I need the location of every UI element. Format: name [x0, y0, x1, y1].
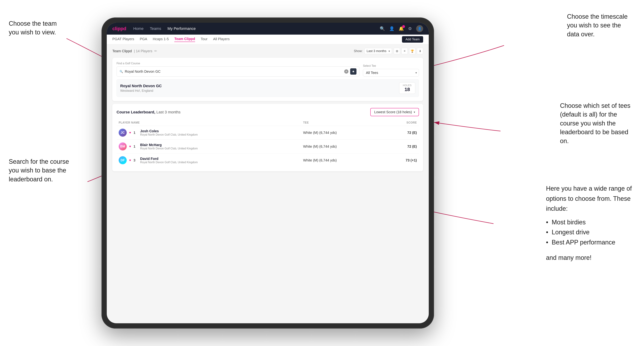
annotation-bottom-left-text: Search for the course you wish to base t…: [9, 158, 69, 183]
search-magnifier-icon: 🔍: [120, 70, 123, 73]
subnav-all-players[interactable]: All Players: [213, 37, 230, 42]
player-cell-0: JC ♥ 1 Josh Coles Royal North Devon Golf…: [116, 126, 301, 140]
search-icon[interactable]: 🔍: [380, 26, 385, 31]
edit-icon[interactable]: ✏: [154, 49, 157, 53]
main-content: Team Clippd | 14 Players ✏ Show: Last 3 …: [107, 44, 429, 175]
player-name-2: David Ford: [140, 157, 198, 161]
annotation-bottom-left: Search for the course you wish to base t…: [9, 157, 75, 184]
download-btn[interactable]: ⬇: [417, 48, 423, 54]
nav-home[interactable]: Home: [133, 26, 144, 31]
leaderboard-title-text: Course Leaderboard,: [116, 110, 155, 114]
nav-teams[interactable]: Teams: [150, 26, 161, 31]
show-row: Show: Last 3 months Last month Last 6 mo…: [354, 48, 423, 54]
team-name: Team Clippd: [112, 49, 132, 53]
navbar-links: Home Teams My Performance: [133, 26, 196, 31]
tee-select[interactable]: All Tees White Yellow Red Blue: [363, 69, 419, 77]
clear-search-button[interactable]: ✕: [344, 69, 348, 74]
heart-icon-1[interactable]: ♥: [129, 145, 131, 148]
annotation-bullet-3: • Best APP performance: [546, 237, 634, 247]
team-title-area: Team Clippd | 14 Players ✏: [112, 49, 157, 53]
course-result: Royal North Devon GC Westward Ho!, Engla…: [116, 79, 419, 97]
people-icon[interactable]: 👤: [389, 26, 394, 31]
player-club-2: Royal North Devon Golf Club, United King…: [140, 161, 198, 164]
avatar-initials-2: DF: [120, 159, 125, 162]
grid-view-btn[interactable]: ⊞: [394, 48, 400, 54]
course-name: Royal North Devon GC: [120, 84, 162, 88]
tee-cell-1: White (M) (6,744 yds): [301, 140, 385, 154]
rank-0: 1: [134, 131, 138, 135]
holes-number: 18: [403, 87, 412, 92]
annotation-middle-right: Choose which set of tees (default is all…: [560, 101, 634, 145]
nav-my-performance[interactable]: My Performance: [168, 26, 196, 31]
trophy-view-btn[interactable]: 🏆: [409, 48, 416, 54]
player-cell-1: BM ♥ 1 Blair McHarg Royal North Devon Go…: [116, 140, 301, 154]
navbar-right: 🔍 👤 🔔 ⚙ 👤: [380, 25, 423, 32]
leaderboard-table: PLAYER NAME TEE SCORE JC ♥ 1 Josh: [116, 120, 419, 167]
ipad-device: clippd Home Teams My Performance 🔍 👤 🔔 ⚙…: [102, 17, 434, 329]
player-cell-2: DF ♥ 3 David Ford Royal North Devon Golf…: [116, 154, 301, 167]
leaderboard-title: Course Leaderboard, Last 3 months: [116, 110, 180, 114]
view-icons: ⊞ ≡ 🏆 ⬇: [394, 48, 423, 54]
player-info-1: Blair McHarg Royal North Devon Golf Club…: [140, 143, 198, 150]
search-card-top: Find a Golf Course 🔍 ✕ ★ Select Tee Al: [116, 62, 419, 77]
tee-cell-0: White (M) (6,744 yds): [301, 126, 385, 140]
player-club-1: Royal North Devon Golf Club, United King…: [140, 147, 198, 150]
rank-2: 3: [134, 158, 138, 162]
col-tee: TEE: [301, 120, 385, 126]
course-location: Westward Ho!, England: [120, 89, 162, 93]
rank-1: 1: [134, 145, 138, 149]
annotation-bottom-right: Here you have a wide range of options to…: [546, 183, 634, 263]
subnav-team-clippd[interactable]: Team Clippd: [174, 37, 195, 42]
avatar-initials-1: BM: [120, 145, 125, 148]
heart-icon-0[interactable]: ♥: [129, 131, 131, 135]
add-team-button[interactable]: Add Team: [402, 36, 423, 43]
player-name-0: Josh Coles: [140, 129, 198, 133]
player-name-1: Blair McHarg: [140, 143, 198, 147]
annotation-top-right: Choose the timescale you wish to see the…: [567, 12, 634, 39]
subnav-tour[interactable]: Tour: [201, 37, 208, 42]
table-row: JC ♥ 1 Josh Coles Royal North Devon Golf…: [116, 126, 419, 140]
avatar-icon: 👤: [418, 27, 422, 30]
player-info-2: David Ford Royal North Devon Golf Club, …: [140, 157, 198, 164]
search-input-row: 🔍 ✕ ★: [116, 66, 360, 77]
player-club-0: Royal North Devon Golf Club, United King…: [140, 133, 198, 136]
favorite-button[interactable]: ★: [350, 68, 356, 75]
course-info: Royal North Devon GC Westward Ho!, Engla…: [120, 84, 162, 93]
annotation-top-right-text: Choose the timescale you wish to see the…: [567, 13, 628, 38]
col-score: SCORE: [385, 120, 419, 126]
col-player: PLAYER NAME: [116, 120, 301, 126]
course-search-input[interactable]: [125, 70, 342, 74]
player-avatar-0: JC: [119, 129, 127, 137]
score-cell-1: 72 (E): [385, 140, 419, 154]
timescale-select[interactable]: Last 3 months Last month Last 6 months L…: [364, 48, 392, 54]
score-filter-label: Lowest Score (18 holes): [374, 110, 412, 114]
annotation-middle-right-text: Choose which set of tees (default is all…: [560, 102, 630, 145]
tee-select-wrapper: All Tees White Yellow Red Blue: [363, 69, 419, 77]
subnav: PGAT Players PGA Hcaps 1-5 Team Clippd T…: [107, 35, 429, 44]
avatar-initials-0: JC: [120, 131, 124, 135]
subnav-hcaps[interactable]: Hcaps 1-5: [153, 37, 169, 42]
table-row: BM ♥ 1 Blair McHarg Royal North Devon Go…: [116, 140, 419, 154]
brand-logo: clippd: [112, 26, 126, 31]
navbar: clippd Home Teams My Performance 🔍 👤 🔔 ⚙…: [107, 23, 429, 35]
tee-cell-2: White (M) (6,744 yds): [301, 154, 385, 167]
user-avatar[interactable]: 👤: [416, 25, 423, 32]
list-view-btn[interactable]: ≡: [402, 48, 408, 54]
notification-bell[interactable]: 🔔: [399, 26, 404, 31]
heart-icon-2[interactable]: ♥: [129, 159, 131, 162]
annotation-top-left: Choose the team you wish to view.: [9, 19, 68, 37]
search-section: Find a Golf Course 🔍 ✕ ★: [116, 62, 360, 77]
annotation-top-left-text: Choose the team you wish to view.: [9, 20, 57, 36]
holes-box: Holes 18: [399, 82, 415, 94]
subnav-pga[interactable]: PGA: [140, 37, 147, 42]
score-cell-2: 73 (+1): [385, 154, 419, 167]
player-info-0: Josh Coles Royal North Devon Golf Club, …: [140, 129, 198, 136]
find-golf-label: Find a Golf Course: [116, 62, 360, 65]
player-count: | 14 Players: [134, 49, 152, 53]
score-cell-0: 72 (E): [385, 126, 419, 140]
annotation-bottom-right-header: Here you have a wide range of options to…: [546, 183, 634, 214]
subnav-pgat[interactable]: PGAT Players: [112, 37, 134, 42]
notification-badge: [402, 25, 405, 28]
settings-icon[interactable]: ⚙: [408, 26, 412, 31]
score-dropdown-wrapper[interactable]: Lowest Score (18 holes) ▾: [370, 108, 419, 116]
